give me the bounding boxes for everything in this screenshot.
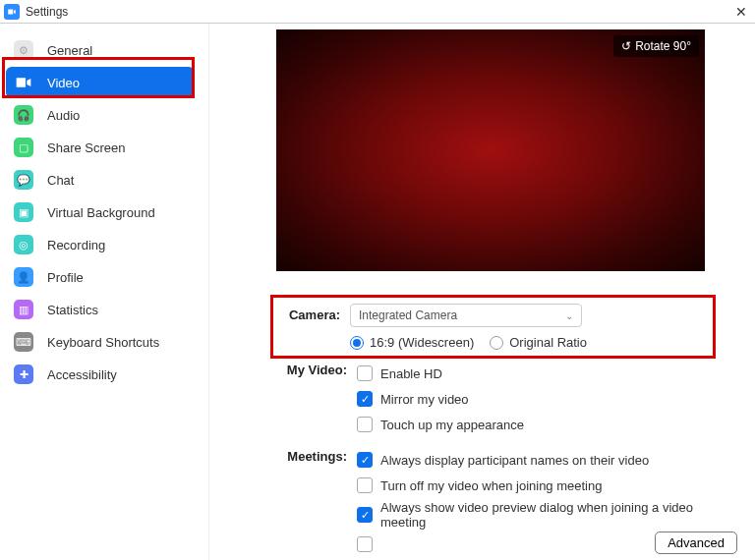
sidebar-item-label: Chat [47, 173, 74, 188]
radio-label: Original Ratio [509, 335, 587, 350]
sidebar-item-label: Recording [47, 238, 105, 252]
checkbox-label: Turn off my video when joining meeting [380, 478, 602, 493]
sidebar-item-accessibility[interactable]: ✚Accessibility [0, 359, 208, 390]
sidebar-item-recording[interactable]: ◎Recording [0, 229, 208, 260]
app-icon [4, 4, 20, 20]
titlebar: Settings ✕ [0, 0, 755, 24]
video-preview: ↺ Rotate 90° [276, 29, 705, 271]
checkbox-label: Always display participant names on thei… [380, 453, 649, 468]
settings-content: ↺ Rotate 90° Camera: Integrated Camera ⌄… [209, 24, 755, 560]
turn-off-video-checkbox[interactable]: Turn off my video when joining meeting [357, 475, 716, 496]
sidebar-item-label: Statistics [47, 303, 98, 317]
keyboard-icon: ⌨ [14, 332, 33, 352]
radio-dot [490, 336, 503, 350]
checkbox-unchecked [357, 536, 373, 552]
close-button[interactable]: ✕ [731, 4, 751, 20]
camera-section-label: Camera: [273, 304, 350, 350]
sidebar-item-audio[interactable]: 🎧Audio [0, 99, 208, 131]
sidebar-item-video[interactable]: Video [6, 67, 195, 98]
sidebar-item-statistics[interactable]: ▥Statistics [0, 294, 208, 325]
video-preview-canvas [276, 29, 705, 271]
checkbox-label: Always show video preview dialog when jo… [380, 500, 716, 530]
stats-icon: ▥ [14, 300, 33, 319]
sidebar-item-label: General [47, 43, 92, 58]
sidebar-item-profile[interactable]: 👤Profile [0, 261, 208, 293]
checkbox-checked: ✓ [357, 391, 373, 407]
aspect-original-radio[interactable]: Original Ratio [490, 335, 587, 350]
checkbox-checked: ✓ [357, 507, 373, 523]
sidebar-item-chat[interactable]: 💬Chat [0, 164, 208, 196]
checkbox-unchecked [357, 365, 373, 381]
sidebar-item-general[interactable]: ⚙General [0, 34, 208, 66]
accessibility-icon: ✚ [14, 364, 33, 384]
sidebar-item-label: Profile [47, 270, 84, 285]
checkbox-label: Touch up my appearance [380, 418, 524, 432]
checkbox-unchecked [357, 477, 373, 493]
rotate-icon: ↺ [621, 39, 631, 53]
sidebar-item-label: Accessibility [47, 367, 117, 382]
enable-hd-checkbox[interactable]: Enable HD [357, 363, 716, 384]
radio-dot-selected [350, 336, 364, 350]
checkbox-checked: ✓ [357, 452, 373, 468]
user-icon: 👤 [14, 267, 33, 287]
rotate-label: Rotate 90° [635, 39, 691, 53]
sidebar-item-label: Virtual Background [47, 205, 155, 220]
touch-up-checkbox[interactable]: Touch up my appearance [357, 414, 716, 435]
sidebar-item-keyboard-shortcuts[interactable]: ⌨Keyboard Shortcuts [0, 326, 208, 358]
chevron-down-icon: ⌄ [565, 310, 573, 321]
sidebar-item-label: Share Screen [47, 140, 126, 155]
radio-label: 16:9 (Widescreen) [370, 335, 474, 350]
checkbox-label: Mirror my video [380, 392, 469, 407]
gear-icon: ⚙ [14, 40, 33, 60]
camera-select[interactable]: Integrated Camera ⌄ [350, 304, 582, 327]
advanced-label: Advanced [668, 535, 725, 550]
show-preview-checkbox[interactable]: ✓Always show video preview dialog when j… [357, 500, 716, 530]
sidebar-item-label: Video [47, 76, 80, 90]
sidebar-item-label: Audio [47, 108, 80, 123]
window-title: Settings [26, 5, 68, 19]
my-video-section-label: My Video: [276, 359, 357, 377]
advanced-button[interactable]: Advanced [655, 532, 737, 554]
aspect-16-9-radio[interactable]: 16:9 (Widescreen) [350, 335, 474, 350]
video-icon [14, 73, 33, 92]
camera-section-highlight: Camera: Integrated Camera ⌄ 16:9 (Widesc… [270, 295, 716, 359]
camera-selected-value: Integrated Camera [359, 308, 457, 322]
sidebar-item-virtual-background[interactable]: ▣Virtual Background [0, 196, 208, 228]
share-screen-icon: ▢ [14, 138, 33, 157]
meetings-section-label: Meetings: [276, 445, 357, 464]
checkbox-unchecked [357, 417, 373, 432]
chat-icon: 💬 [14, 170, 33, 190]
record-icon: ◎ [14, 235, 33, 254]
settings-sidebar: ⚙General Video 🎧Audio ▢Share Screen 💬Cha… [0, 24, 209, 560]
checkbox-label: Enable HD [380, 366, 442, 381]
headphones-icon: 🎧 [14, 105, 33, 125]
mirror-video-checkbox[interactable]: ✓Mirror my video [357, 388, 716, 410]
sidebar-item-label: Keyboard Shortcuts [47, 335, 159, 350]
display-names-checkbox[interactable]: ✓Always display participant names on the… [357, 449, 716, 471]
sidebar-item-share-screen[interactable]: ▢Share Screen [0, 132, 208, 163]
rotate-button[interactable]: ↺ Rotate 90° [613, 35, 699, 57]
image-icon: ▣ [14, 202, 33, 222]
